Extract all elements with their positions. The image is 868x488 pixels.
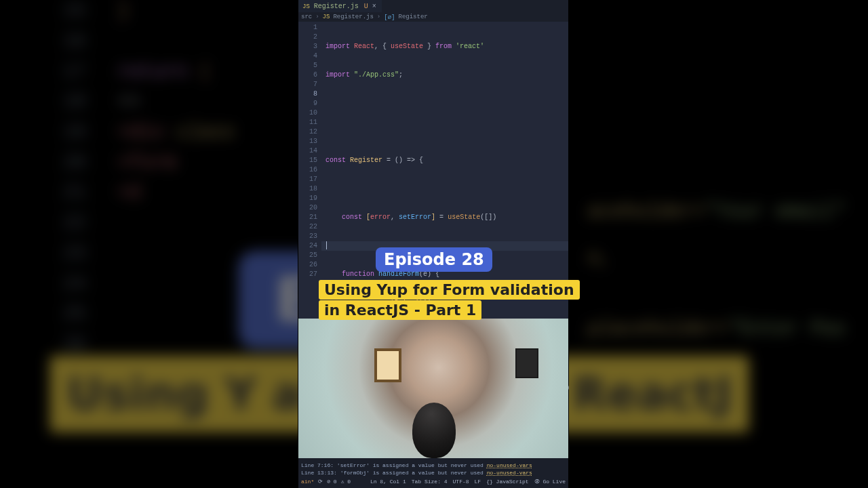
js-icon: JS [302, 3, 310, 10]
subtitle-badge: Using Yup for Form validation in ReactJS… [319, 280, 580, 320]
webcam-feed [298, 319, 568, 458]
close-icon[interactable]: × [372, 3, 376, 10]
terminal-line: Line 13:13: 'formObj' is assigned a valu… [301, 469, 566, 476]
cursor-pos[interactable]: Ln 8, Col 1 [370, 479, 406, 485]
wall-frame [374, 348, 401, 382]
symbol-icon: [⌀] [384, 14, 395, 21]
warn-count[interactable]: ⚠ 0 [341, 479, 351, 485]
sync-icon[interactable]: ⟳ [318, 479, 323, 485]
tab-modified-marker: U [364, 3, 368, 10]
breadcrumb-file[interactable]: Register.js [333, 14, 373, 20]
episode-badge: Episode 28 [376, 247, 492, 272]
chevron-right-icon: › [315, 14, 319, 20]
tab-filename: Register.js [314, 3, 359, 10]
terminal-output[interactable]: Line 7:16: 'setError' is assigned a valu… [298, 461, 568, 477]
breadcrumb-symbol[interactable]: Register [398, 14, 427, 20]
encoding[interactable]: UTF-8 [453, 479, 469, 485]
breadcrumb[interactable]: src › JS Register.js › [⌀] Register [298, 12, 568, 22]
breadcrumb-src[interactable]: src [301, 14, 312, 20]
tab-register[interactable]: JS Register.js U × [298, 0, 382, 12]
status-bar: ain* ⟳ ⊘ 0 ⚠ 0 Ln 8, Col 1 Tab Size: 4 U… [298, 477, 568, 486]
js-icon: JS [323, 14, 330, 20]
go-live-button[interactable]: ⦿ Go Live [534, 479, 566, 485]
eol[interactable]: LF [475, 479, 481, 485]
error-count[interactable]: ⊘ 0 [327, 479, 336, 485]
chevron-right-icon: › [377, 14, 380, 20]
language-mode[interactable]: {} JavaScript [486, 479, 528, 485]
git-branch[interactable]: ain* [301, 479, 314, 485]
wall-frame [515, 348, 538, 378]
editor-tab-bar: JS Register.js U × [298, 0, 568, 12]
terminal-line: Line 7:16: 'setError' is assigned a valu… [301, 462, 566, 469]
tab-size[interactable]: Tab Size: 4 [412, 479, 448, 485]
